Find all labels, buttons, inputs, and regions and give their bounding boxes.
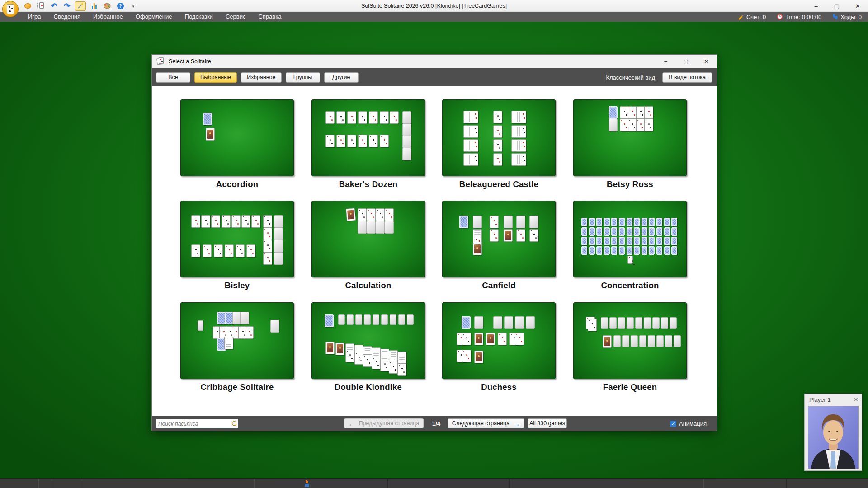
game-thumbnail[interactable] — [442, 201, 556, 277]
taskbar[interactable] — [0, 478, 868, 488]
game-thumbnail[interactable] — [311, 99, 425, 176]
game-tile-duchess[interactable]: Duchess — [442, 302, 556, 392]
next-page-button[interactable]: Следующая страница → — [448, 418, 524, 428]
menu-bar-items: ИграСведенияИзбранноеОформлениеПодсказки… — [22, 12, 288, 22]
new-game-icon[interactable] — [23, 1, 33, 10]
window-controls: – ▢ ✕ — [806, 0, 868, 12]
redo-button[interactable]: ↷ — [62, 1, 72, 10]
game-tile-baker-s-dozen[interactable]: Baker's Dozen — [311, 99, 425, 189]
game-thumbnail[interactable] — [442, 99, 556, 176]
game-thumbnail[interactable] — [573, 99, 687, 176]
toolbar-overflow-button[interactable]: ▾ — [128, 1, 138, 10]
magic-wand-button[interactable] — [75, 1, 86, 11]
mini-card-p — [367, 221, 376, 234]
player-close-icon[interactable]: ✕ — [854, 397, 858, 403]
help-button[interactable]: ? — [115, 1, 125, 10]
mini-card-f — [335, 343, 344, 355]
menu-item-2[interactable]: Избранное — [87, 12, 129, 22]
mini-card-p — [622, 335, 629, 347]
mini-card-b — [656, 246, 662, 255]
game-thumbnail[interactable] — [573, 302, 687, 379]
filter-tab-3[interactable]: Группы — [286, 72, 320, 83]
maximize-button[interactable]: ▢ — [826, 0, 847, 12]
clock-icon — [777, 14, 783, 20]
dialog-minimize-button[interactable]: – — [656, 55, 676, 68]
all-games-button[interactable]: All 830 games — [528, 418, 567, 428]
animation-option[interactable]: ✓ Анимация — [670, 420, 707, 427]
mini-card-f — [474, 351, 483, 363]
game-thumbnail[interactable] — [180, 302, 294, 379]
previous-page-label: Предыдущая страница — [359, 420, 420, 427]
taskbar-separator — [38, 479, 38, 488]
filter-tab-2[interactable]: Избранное — [241, 72, 281, 83]
dialog-titlebar[interactable]: Select a Solitaire – ▢ ✕ — [152, 55, 717, 68]
filter-tab-0[interactable]: Все — [156, 72, 190, 83]
mini-card-f — [504, 229, 513, 242]
mini-card-w — [369, 135, 378, 147]
mini-card-p — [402, 123, 411, 136]
previous-page-button[interactable]: ← Предыдущая страница — [344, 418, 424, 428]
menu-item-3[interactable]: Оформление — [129, 12, 179, 22]
mini-card-b — [664, 218, 670, 226]
dialog-maximize-button[interactable]: ▢ — [676, 55, 696, 68]
menu-item-6[interactable]: Справка — [252, 12, 288, 22]
game-tile-faerie-queen[interactable]: Faerie Queen — [573, 302, 687, 392]
game-thumbnail[interactable] — [311, 201, 425, 277]
game-tile-bisley[interactable]: Bisley — [180, 201, 294, 291]
menu-item-0[interactable]: Игра — [22, 12, 47, 22]
game-thumbnail[interactable] — [180, 99, 294, 176]
mini-card-b — [627, 227, 632, 236]
player-avatar[interactable] — [808, 406, 859, 469]
mini-card-p — [402, 148, 411, 160]
mini-card-b — [581, 227, 587, 236]
game-tile-concentration[interactable]: Concentration — [573, 201, 687, 291]
game-tile-canfield[interactable]: Canfield — [442, 201, 556, 291]
game-tile-beleaguered-castle[interactable]: Beleaguered Castle — [442, 99, 556, 189]
close-button[interactable]: ✕ — [847, 0, 868, 12]
mini-card-p — [670, 317, 677, 329]
mini-card-p — [385, 221, 394, 234]
mini-card-w — [376, 208, 385, 221]
menu-item-4[interactable]: Подсказки — [179, 12, 219, 22]
mini-card-w — [588, 319, 597, 331]
app-logo[interactable] — [2, 1, 19, 17]
select-game-icon[interactable] — [36, 1, 46, 10]
mini-card-b — [611, 227, 617, 236]
taskbar-app-icon[interactable] — [304, 480, 310, 487]
mini-card-h — [511, 111, 526, 123]
dialog-close-button[interactable]: ✕ — [696, 55, 717, 68]
game-thumbnail[interactable] — [442, 302, 556, 379]
game-tile-accordion[interactable]: Accordion — [180, 99, 294, 189]
mini-card-p — [504, 316, 513, 329]
footsteps-icon — [832, 14, 838, 20]
mini-card-p — [631, 335, 638, 347]
minimize-button[interactable]: – — [806, 0, 826, 12]
menu-item-5[interactable]: Сервис — [219, 12, 252, 22]
mini-card-b — [611, 218, 617, 226]
flow-view-button[interactable]: В виде потока — [662, 72, 712, 83]
statistics-button[interactable] — [89, 1, 99, 10]
mini-card-w — [369, 111, 378, 124]
filter-tab-1[interactable]: Выбранные — [194, 72, 237, 83]
mini-card-b — [627, 246, 632, 255]
menu-item-1[interactable]: Сведения — [47, 12, 87, 22]
filter-tab-4[interactable]: Другие — [324, 72, 359, 83]
mini-card-b — [604, 237, 610, 245]
undo-button[interactable]: ↶ — [49, 1, 59, 10]
search-box[interactable] — [156, 419, 238, 428]
search-input[interactable] — [156, 421, 231, 427]
mini-card-h — [511, 153, 526, 166]
game-thumbnail[interactable] — [573, 201, 687, 277]
game-tile-cribbage-solitaire[interactable]: Cribbage Solitaire — [180, 302, 294, 392]
mini-card-p — [652, 317, 660, 329]
game-thumbnail[interactable] — [311, 302, 425, 379]
mini-card-w — [380, 135, 389, 147]
game-tile-betsy-ross[interactable]: Betsy Ross — [573, 99, 687, 189]
appearance-button[interactable] — [102, 1, 112, 10]
mini-card-f — [326, 342, 335, 354]
game-tile-double-klondike[interactable]: Double Klondike — [311, 302, 425, 392]
classic-view-link[interactable]: Классический вид — [606, 74, 655, 81]
game-tile-calculation[interactable]: Calculation — [311, 201, 425, 291]
animation-checkbox[interactable]: ✓ — [670, 421, 676, 427]
game-thumbnail[interactable] — [180, 201, 294, 277]
